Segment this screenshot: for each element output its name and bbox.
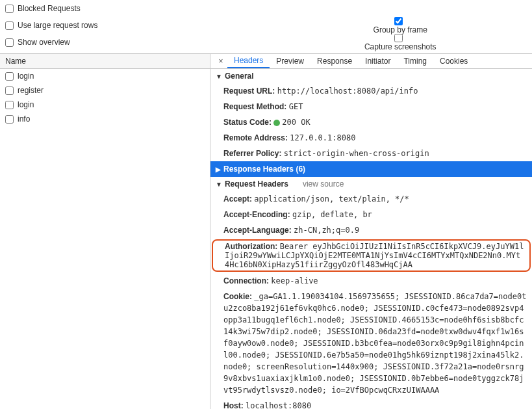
caret-down-icon: ▼ <box>216 181 222 188</box>
request-name: register <box>18 86 44 95</box>
large-rows-label: Use large request rows <box>18 21 97 30</box>
request-list-header[interactable]: Name <box>0 54 210 69</box>
accept-value: application/json, text/plain, */* <box>254 194 409 204</box>
accept-key: Accept: <box>223 194 252 204</box>
request-checkbox[interactable] <box>5 72 14 81</box>
accept-language-key: Accept-Language: <box>223 226 292 235</box>
request-headers-section-toggle[interactable]: ▼ Request Headers view source <box>210 177 532 191</box>
request-checkbox[interactable] <box>5 101 14 109</box>
referrer-policy-key: Referrer Policy: <box>223 149 281 158</box>
accept-encoding-key: Accept-Encoding: <box>223 210 290 219</box>
remote-address-value: 127.0.0.1:8080 <box>290 133 355 142</box>
cookie-value: _ga=GA1.1.190034104.1569735655; JSESSION… <box>223 292 526 395</box>
caret-right-icon: ▶ <box>216 166 221 173</box>
status-code-key: Status Code: <box>223 118 272 127</box>
request-url-key: Request URL: <box>223 86 275 96</box>
close-details-button[interactable]: × <box>214 54 227 68</box>
capture-screenshots-checkbox[interactable] <box>394 34 403 42</box>
view-source-link[interactable]: view source <box>303 179 344 189</box>
blocked-requests-checkbox[interactable] <box>5 5 14 13</box>
group-by-frame-label: Group by frame <box>374 25 427 34</box>
remote-address-key: Remote Address: <box>223 133 288 142</box>
connection-key: Connection: <box>223 276 269 285</box>
accept-encoding-value: gzip, deflate, br <box>292 210 372 219</box>
show-overview-label: Show overview <box>18 38 70 47</box>
headers-content: ▼ General Request URL: http://localhost:… <box>210 69 532 409</box>
blocked-requests-label: Blocked Requests <box>18 4 81 13</box>
response-headers-section-toggle[interactable]: ▶ Response Headers (6) <box>210 161 532 177</box>
large-rows-checkbox[interactable] <box>5 21 14 30</box>
tab-cookies[interactable]: Cookies <box>433 54 474 68</box>
request-name: info <box>18 114 30 124</box>
authorization-key: Authorization: <box>225 242 277 251</box>
tab-headers[interactable]: Headers <box>227 54 270 68</box>
show-overview-checkbox[interactable] <box>5 38 14 47</box>
cookie-key: Cookie: <box>223 292 252 301</box>
request-list: login register login info <box>0 69 210 126</box>
general-title: General <box>225 72 254 81</box>
referrer-policy-value: strict-origin-when-cross-origin <box>284 149 429 158</box>
name-column-header: Name <box>5 57 26 66</box>
tab-timing[interactable]: Timing <box>397 54 433 68</box>
details-panel: × Headers Preview Response Initiator Tim… <box>210 54 532 409</box>
tab-response[interactable]: Response <box>310 54 359 68</box>
group-by-frame-checkbox[interactable] <box>394 17 403 25</box>
request-list-panel: Name login register login info <box>0 54 210 409</box>
tab-preview[interactable]: Preview <box>270 54 310 68</box>
request-item[interactable]: info <box>0 112 210 126</box>
request-item[interactable]: login <box>0 69 210 83</box>
request-headers-title: Request Headers <box>225 179 288 189</box>
response-headers-title: Response Headers (6) <box>223 165 305 174</box>
request-item[interactable]: login <box>0 98 210 112</box>
request-name: login <box>18 100 34 109</box>
authorization-highlight: Authorization: Bearer eyJhbGciOiJIUzI1Ni… <box>212 239 531 272</box>
host-value: localhost:8080 <box>246 401 311 409</box>
request-checkbox[interactable] <box>5 115 14 124</box>
status-dot-icon <box>273 120 280 126</box>
tab-initiator[interactable]: Initiator <box>359 54 397 68</box>
request-method-value: GET <box>289 102 303 111</box>
request-method-key: Request Method: <box>223 102 286 111</box>
details-tabs: × Headers Preview Response Initiator Tim… <box>210 54 532 69</box>
host-key: Host: <box>223 401 244 409</box>
request-name: login <box>18 72 34 81</box>
general-section-toggle[interactable]: ▼ General <box>210 69 532 83</box>
capture-screenshots-label: Capture screenshots <box>364 42 437 51</box>
request-url-value: http://localhost:8080/api/info <box>277 86 418 96</box>
toolbar: Blocked Requests Use large request rows … <box>0 0 532 54</box>
status-code-value: 200 OK <box>282 118 310 127</box>
request-checkbox[interactable] <box>5 86 14 95</box>
accept-language-value: zh-CN,zh;q=0.9 <box>294 226 359 235</box>
caret-down-icon: ▼ <box>216 73 222 80</box>
request-item[interactable]: register <box>0 83 210 98</box>
connection-value: keep-alive <box>271 276 318 285</box>
